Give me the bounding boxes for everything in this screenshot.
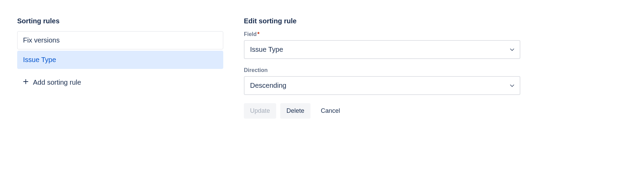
direction-label-text: Direction (244, 67, 268, 73)
add-sorting-rule-button[interactable]: Add sorting rule (17, 74, 86, 91)
edit-sorting-rule-panel: Edit sorting rule Field* Issue Type Dire… (244, 17, 520, 119)
direction-label: Direction (244, 67, 520, 73)
field-label-text: Field (244, 31, 257, 37)
rule-item[interactable]: Issue Type (17, 51, 223, 69)
edit-sorting-rule-heading: Edit sorting rule (244, 17, 520, 25)
direction-select-value: Descending (250, 82, 286, 89)
direction-select[interactable]: Descending (244, 76, 520, 95)
button-row: Update Delete Cancel (244, 103, 520, 119)
plus-icon (22, 78, 30, 87)
rule-item-label: Fix versions (23, 36, 60, 44)
cancel-button[interactable]: Cancel (315, 103, 346, 119)
direction-form-group: Direction Descending (244, 67, 520, 95)
sorting-rules-panel: Sorting rules Fix versions Issue Type Ad… (17, 17, 223, 119)
field-select[interactable]: Issue Type (244, 40, 520, 59)
rules-list: Fix versions Issue Type (17, 31, 223, 69)
field-label: Field* (244, 31, 520, 37)
field-select-value: Issue Type (250, 46, 283, 53)
add-sorting-rule-label: Add sorting rule (33, 79, 81, 86)
update-button[interactable]: Update (244, 103, 276, 119)
sorting-rules-heading: Sorting rules (17, 17, 223, 25)
field-form-group: Field* Issue Type (244, 31, 520, 59)
rule-item[interactable]: Fix versions (17, 31, 223, 49)
required-indicator: * (257, 31, 259, 37)
rule-item-label: Issue Type (23, 56, 56, 63)
delete-button[interactable]: Delete (280, 103, 310, 119)
